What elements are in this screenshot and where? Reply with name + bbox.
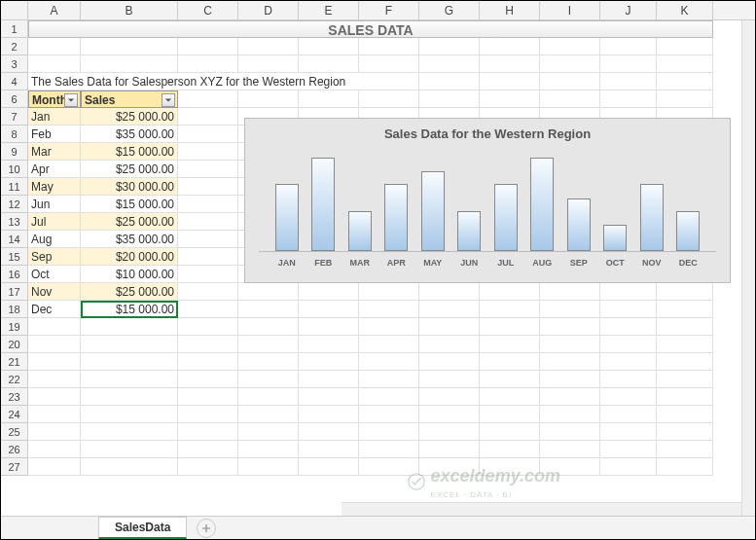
cell-empty[interactable]	[600, 73, 657, 90]
cell-empty[interactable]	[238, 38, 299, 55]
row-header-27[interactable]: 27	[1, 458, 28, 476]
cell-empty[interactable]	[28, 353, 81, 371]
cell-empty[interactable]	[238, 371, 299, 388]
cell-empty[interactable]	[178, 38, 238, 55]
table-cell-month[interactable]: Jul	[28, 213, 81, 231]
chart-bar[interactable]	[414, 145, 451, 251]
cell-empty[interactable]	[540, 38, 600, 55]
cell-empty[interactable]	[540, 336, 600, 353]
cell-empty[interactable]	[238, 55, 299, 73]
cell-empty[interactable]	[238, 441, 299, 458]
table-header-sales[interactable]: Sales	[81, 90, 178, 108]
cell-empty[interactable]	[238, 90, 299, 108]
row-header-10[interactable]: 10	[1, 161, 28, 178]
table-cell-sales[interactable]: $20 000.00	[81, 248, 178, 266]
cell-empty[interactable]	[419, 73, 480, 90]
cell-empty[interactable]	[178, 231, 238, 248]
row-header-26[interactable]: 26	[1, 441, 28, 458]
table-cell-month[interactable]: Dec	[28, 301, 81, 318]
cell-empty[interactable]	[359, 283, 419, 301]
cell-empty[interactable]	[600, 441, 657, 458]
cell-empty[interactable]	[28, 406, 81, 423]
cell-empty[interactable]	[657, 301, 713, 318]
chart-embedded[interactable]: Sales Data for the Western Region JANFEB…	[244, 118, 731, 283]
cell-empty[interactable]	[419, 336, 480, 353]
cell-empty[interactable]	[600, 283, 657, 301]
cell-empty[interactable]	[419, 406, 480, 423]
col-header-A[interactable]: A	[28, 1, 81, 19]
cell-empty[interactable]	[657, 336, 713, 353]
cell-empty[interactable]	[28, 371, 81, 388]
cell-empty[interactable]	[178, 441, 238, 458]
chart-bar[interactable]	[524, 145, 561, 251]
cell-empty[interactable]	[81, 353, 178, 371]
table-cell-month[interactable]: Nov	[28, 283, 81, 301]
cell-empty[interactable]	[359, 406, 419, 423]
cell-empty[interactable]	[28, 55, 81, 73]
cell-empty[interactable]	[600, 458, 657, 476]
cell-empty[interactable]	[299, 301, 359, 318]
cell-empty[interactable]	[178, 371, 238, 388]
cell-empty[interactable]	[419, 318, 480, 336]
cell-empty[interactable]	[419, 90, 480, 108]
cell-empty[interactable]	[178, 336, 238, 353]
table-cell-sales[interactable]: $25 000.00	[81, 213, 178, 231]
cell-empty[interactable]	[238, 423, 299, 441]
row-header-24[interactable]: 24	[1, 406, 28, 423]
cell-empty[interactable]	[299, 38, 359, 55]
table-cell-month[interactable]: Feb	[28, 126, 81, 143]
cell-empty[interactable]	[299, 423, 359, 441]
cell-empty[interactable]	[178, 388, 238, 406]
cell-empty[interactable]	[28, 336, 81, 353]
row-header-7[interactable]: 7	[1, 108, 28, 126]
cell-empty[interactable]	[600, 388, 657, 406]
col-header-C[interactable]: C	[178, 1, 238, 19]
table-cell-sales[interactable]: $15 000.00	[81, 196, 178, 213]
cell-empty[interactable]	[178, 126, 238, 143]
cell-empty[interactable]	[299, 283, 359, 301]
cell-empty[interactable]	[480, 38, 540, 55]
cell-empty[interactable]	[81, 406, 178, 423]
row-header-19[interactable]: 19	[1, 318, 28, 336]
row-header-25[interactable]: 25	[1, 423, 28, 441]
cell-empty[interactable]	[600, 423, 657, 441]
chart-bar[interactable]	[378, 145, 415, 251]
cell-empty[interactable]	[480, 441, 540, 458]
row-header-14[interactable]: 14	[1, 231, 28, 248]
cell-empty[interactable]	[238, 283, 299, 301]
table-cell-sales[interactable]: $35 000.00	[81, 231, 178, 248]
cell-empty[interactable]	[359, 318, 419, 336]
row-header-16[interactable]: 16	[1, 266, 28, 283]
cell-empty[interactable]	[359, 38, 419, 55]
cell-empty[interactable]	[480, 55, 540, 73]
cell-empty[interactable]	[480, 336, 540, 353]
cell-empty[interactable]	[480, 371, 540, 388]
cell-empty[interactable]	[81, 423, 178, 441]
cell-empty[interactable]	[600, 336, 657, 353]
cell-empty[interactable]	[178, 266, 238, 283]
chart-bar[interactable]	[306, 145, 342, 251]
row-header-6[interactable]: 6	[1, 90, 28, 108]
chart-bar[interactable]	[269, 145, 306, 251]
cell-empty[interactable]	[178, 213, 238, 231]
cell-empty[interactable]	[81, 318, 178, 336]
cell-empty[interactable]	[178, 161, 238, 178]
chart-bar[interactable]	[597, 145, 634, 251]
cell-empty[interactable]	[600, 371, 657, 388]
cell-empty[interactable]	[299, 458, 359, 476]
cell-empty[interactable]	[540, 301, 600, 318]
cell-empty[interactable]	[238, 458, 299, 476]
cell-empty[interactable]	[419, 388, 480, 406]
cell-empty[interactable]	[419, 38, 480, 55]
cell-empty[interactable]	[178, 423, 238, 441]
row-header-20[interactable]: 20	[1, 336, 28, 353]
cell-empty[interactable]	[419, 371, 480, 388]
row-header-13[interactable]: 13	[1, 213, 28, 231]
cell-empty[interactable]	[359, 441, 419, 458]
table-cell-month[interactable]: Jun	[28, 196, 81, 213]
col-header-E[interactable]: E	[299, 1, 359, 19]
cell-empty[interactable]	[657, 458, 713, 476]
cell-empty[interactable]	[657, 283, 713, 301]
cell-empty[interactable]	[28, 423, 81, 441]
table-header-month[interactable]: Month	[28, 90, 81, 108]
